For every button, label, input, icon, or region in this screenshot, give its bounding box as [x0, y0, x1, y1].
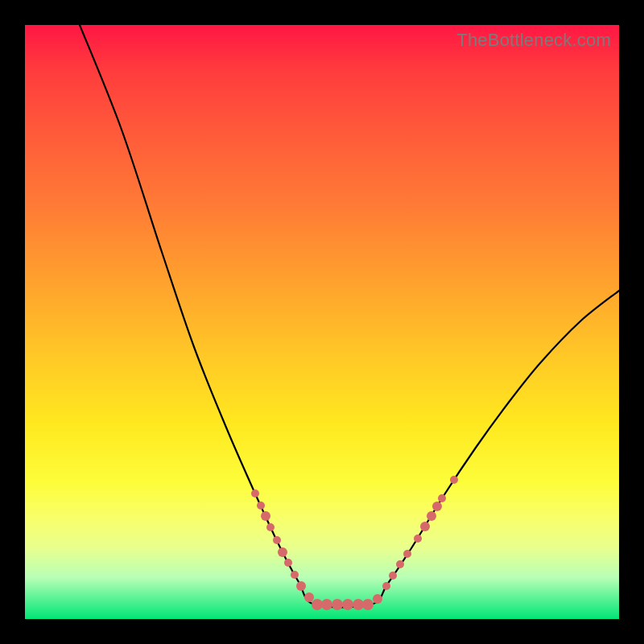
- curve-marker: [353, 599, 364, 610]
- bottleneck-curve: [80, 25, 619, 607]
- plot-background: TheBottleneck.com: [25, 25, 619, 619]
- chart-frame: TheBottleneck.com: [0, 0, 644, 644]
- curve-marker: [382, 582, 390, 590]
- curve-marker: [291, 571, 299, 579]
- curve-marker: [403, 550, 411, 558]
- curve-marker: [312, 599, 323, 610]
- curve-marker: [284, 559, 292, 567]
- curve-marker: [273, 536, 281, 544]
- curve-marker: [450, 476, 458, 484]
- curve-marker: [420, 522, 430, 531]
- curve-marker: [266, 523, 275, 531]
- curve-marker: [396, 560, 404, 568]
- curve-marker: [342, 599, 353, 610]
- curve-marker: [251, 489, 259, 497]
- curve-svg: [25, 25, 619, 619]
- curve-marker: [427, 511, 436, 521]
- curve-marker: [373, 594, 382, 604]
- curve-marker: [414, 535, 422, 543]
- curve-marker: [257, 502, 265, 510]
- curve-marker: [389, 572, 397, 580]
- curve-marker: [304, 592, 314, 602]
- curve-marker: [362, 599, 374, 610]
- curve-markers: [251, 476, 458, 610]
- curve-marker: [432, 502, 442, 511]
- curve-marker: [438, 494, 446, 502]
- curve-marker: [332, 599, 343, 610]
- curve-marker: [321, 599, 332, 610]
- curve-marker: [296, 581, 306, 591]
- curve-marker: [261, 511, 270, 521]
- curve-marker: [278, 547, 287, 557]
